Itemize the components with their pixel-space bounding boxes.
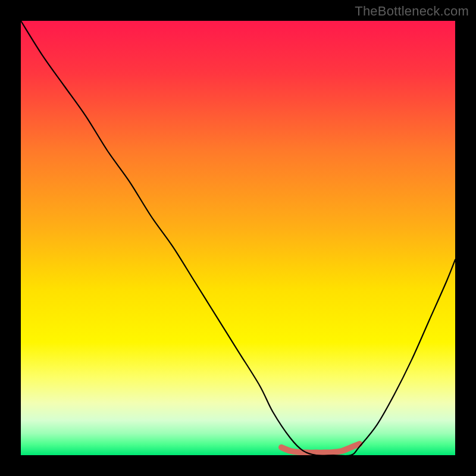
chart-svg: [21, 21, 455, 455]
attribution-link[interactable]: TheBottleneck.com: [355, 4, 469, 19]
plot-area: [21, 21, 455, 455]
gradient-background: [21, 21, 455, 455]
chart-frame: TheBottleneck.com: [0, 0, 476, 476]
